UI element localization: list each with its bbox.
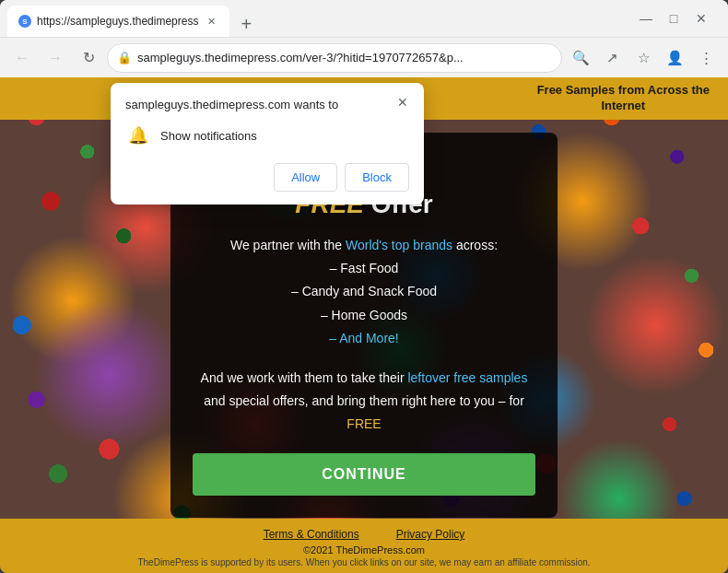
free-label: FREE: [346, 416, 381, 431]
lock-icon: 🔒: [117, 51, 132, 64]
page-footer: Terms & Conditions Privacy Policy ©2021 …: [0, 519, 728, 573]
browser-window: S https://sampleguys.thedimepress ✕ + — …: [0, 0, 728, 573]
privacy-link[interactable]: Privacy Policy: [396, 528, 465, 541]
list-home: – Home Goods: [321, 308, 407, 322]
tab-favicon: S: [18, 15, 31, 28]
maximize-button[interactable]: □: [662, 6, 686, 30]
reload-button[interactable]: ↻: [74, 43, 103, 73]
footer-copyright: ©2021 TheDimePress.com: [0, 544, 728, 555]
continue-button[interactable]: CONTINUE: [193, 453, 535, 496]
leftover-link: leftover free samples: [407, 370, 527, 385]
allow-button[interactable]: Allow: [274, 163, 337, 192]
footer-disclaimer: TheDimePress is supported by its users. …: [0, 557, 728, 567]
bookmark-icon-button[interactable]: ☆: [628, 43, 658, 73]
popup-notification-row: 🔔 Show notifications: [125, 123, 409, 148]
search-icon-button[interactable]: 🔍: [566, 43, 595, 73]
main-description-2: And we work with them to take their left…: [193, 367, 535, 437]
tab-close-button[interactable]: ✕: [204, 14, 218, 29]
notification-popup: sampleguys.thedimepress.com wants to ✕ 🔔…: [111, 83, 424, 205]
bell-icon: 🔔: [125, 123, 151, 148]
close-button[interactable]: ✕: [689, 6, 713, 30]
terms-link[interactable]: Terms & Conditions: [264, 528, 359, 541]
main-description: We partner with the World's top brands a…: [193, 234, 535, 350]
account-icon-button[interactable]: 👤: [660, 43, 689, 73]
block-button[interactable]: Block: [345, 163, 409, 192]
forward-button[interactable]: →: [41, 43, 70, 73]
tab-label: https://sampleguys.thedimepress: [37, 15, 198, 28]
title-bar: S https://sampleguys.thedimepress ✕ + — …: [0, 0, 728, 37]
page-content: Free Samples from Across the Internet To…: [0, 77, 728, 573]
popup-close-button[interactable]: ✕: [393, 92, 413, 112]
new-tab-button[interactable]: +: [233, 11, 259, 37]
active-tab[interactable]: S https://sampleguys.thedimepress ✕: [7, 6, 229, 37]
footer-links: Terms & Conditions Privacy Policy: [0, 528, 728, 541]
popup-notification-label: Show notifications: [160, 129, 257, 143]
url-text: sampleguys.thedimepress.com/ver-3/?hitid…: [137, 51, 552, 64]
popup-actions: Allow Block: [125, 163, 409, 192]
toolbar-icons: 🔍 ↗ ☆ 👤 ⋮: [566, 43, 721, 73]
toolbar: ← → ↻ 🔒 sampleguys.thedimepress.com/ver-…: [0, 37, 728, 77]
list-candy: – Candy and Snack Food: [291, 284, 437, 298]
brands-link: World's top brands: [346, 238, 452, 252]
header-banner-text: Free Samples from Across the Internet: [537, 83, 710, 114]
tab-strip: S https://sampleguys.thedimepress ✕ +: [7, 0, 630, 37]
back-button[interactable]: ←: [7, 43, 37, 73]
list-fast-food: – Fast Food: [330, 261, 399, 275]
address-bar[interactable]: 🔒 sampleguys.thedimepress.com/ver-3/?hit…: [107, 43, 562, 73]
list-more: – And More!: [329, 331, 399, 345]
share-icon-button[interactable]: ↗: [597, 43, 627, 73]
menu-icon-button[interactable]: ⋮: [691, 43, 721, 73]
minimize-button[interactable]: —: [634, 6, 658, 30]
popup-title: sampleguys.thedimepress.com wants to: [125, 98, 409, 111]
window-controls: — □ ✕: [634, 6, 721, 30]
